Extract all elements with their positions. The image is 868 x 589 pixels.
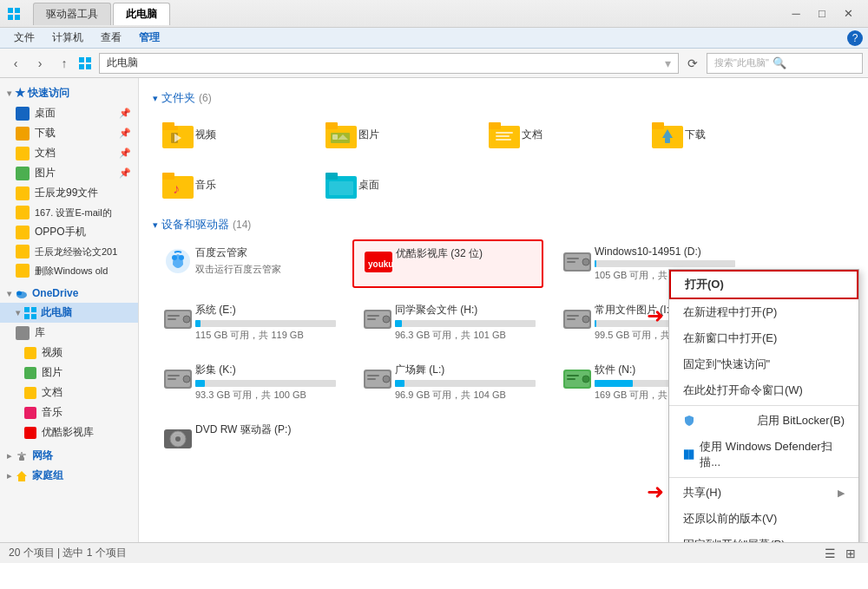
- sidebar-item-label: 音乐: [42, 405, 62, 420]
- drive-l-bar-bg: [395, 380, 536, 387]
- help-icon[interactable]: ?: [847, 30, 863, 46]
- sidebar-item-oppo[interactable]: OPPO手机: [0, 222, 138, 242]
- back-button[interactable]: ‹: [5, 53, 26, 74]
- drive-p[interactable]: DVD RW 驱动器 (P:): [153, 416, 344, 460]
- folder-music[interactable]: ♪ 音乐: [153, 163, 309, 206]
- folder-docs-name: 文档: [522, 128, 542, 142]
- sidebar-onedrive[interactable]: ▾ OneDrive: [0, 284, 138, 303]
- sidebar-item-long99[interactable]: 壬辰龙99文件: [0, 183, 138, 203]
- defender-label: 使用 Windows Defender扫描...: [700, 439, 845, 470]
- pictures-icon: [24, 367, 36, 379]
- svg-rect-52: [567, 261, 575, 263]
- sidebar-network[interactable]: ▸ 网络: [0, 446, 138, 466]
- context-menu-cmd[interactable]: 在此处打开命令窗口(W): [669, 377, 858, 403]
- sidebar-item-youku[interactable]: 优酷影视库: [0, 422, 138, 442]
- forward-button[interactable]: ›: [30, 53, 50, 74]
- svg-point-75: [383, 376, 390, 383]
- long99-icon: [16, 187, 30, 200]
- folder-downloads[interactable]: 下载: [642, 113, 799, 156]
- svg-rect-17: [21, 452, 23, 455]
- context-menu-pin-start[interactable]: 固定到"开始"屏幕(P): [669, 532, 858, 542]
- up-button[interactable]: ↑: [54, 53, 75, 74]
- svg-rect-0: [8, 8, 13, 13]
- drive-p-info: DVD RW 驱动器 (P:): [195, 422, 336, 440]
- context-menu-open-new-window[interactable]: 在新窗口中打开(E): [669, 325, 858, 351]
- context-menu-open-new-process[interactable]: 在新进程中打开(P): [669, 299, 858, 325]
- pin-icon3: 📌: [119, 147, 131, 159]
- menu-view[interactable]: 查看: [92, 29, 130, 47]
- context-menu-restore[interactable]: 还原以前的版本(V): [669, 506, 858, 532]
- sidebar-item-download[interactable]: 下载 📌: [0, 123, 138, 143]
- pin-icon: 📌: [119, 108, 131, 119]
- sidebar-item-videos[interactable]: 视频: [0, 343, 138, 363]
- context-menu-defender[interactable]: 使用 Windows Defender扫描...: [669, 434, 858, 475]
- folder-docs[interactable]: 文档: [479, 113, 635, 156]
- sidebar-item-label: 图片: [35, 166, 56, 180]
- folder-desktop[interactable]: 桌面: [316, 163, 472, 206]
- drive-e[interactable]: 系统 (E:) 115 GB 可用，共 119 GB: [153, 297, 344, 348]
- sidebar-item-library[interactable]: 库: [0, 323, 138, 343]
- svg-rect-42: [329, 181, 353, 195]
- sidebar-item-winold[interactable]: 删除Windows old: [0, 261, 138, 280]
- tab-driver-tools[interactable]: 驱动器工具: [33, 3, 111, 25]
- svg-rect-30: [496, 132, 513, 134]
- sidebar-homegroup[interactable]: ▸ 家庭组: [0, 466, 138, 486]
- folder-desktop-icon: [324, 169, 358, 200]
- folder-video[interactable]: 视频: [153, 113, 309, 156]
- refresh-button[interactable]: ⟳: [682, 53, 703, 74]
- drive-youku[interactable]: youku 优酷影视库 (32 位): [352, 239, 543, 288]
- svg-rect-41: [326, 173, 338, 180]
- folders-title: 文件夹: [161, 90, 195, 106]
- svg-rect-2: [8, 15, 13, 20]
- drive-k[interactable]: 影集 (K:) 93.3 GB 可用，共 100 GB: [153, 357, 344, 408]
- drive-h-bar-bg: [395, 320, 536, 327]
- menu-file[interactable]: 文件: [5, 29, 43, 47]
- winold-icon: [16, 264, 30, 278]
- view-detail-button[interactable]: ⊞: [842, 545, 859, 562]
- context-menu-share[interactable]: 共享(H) ▶: [669, 480, 858, 506]
- sidebar-item-desktop[interactable]: 桌面 📌: [0, 103, 138, 123]
- drive-baidu[interactable]: 百度云管家 双击运行百度云管家: [153, 239, 344, 288]
- sidebar-item-label: 删除Windows old: [35, 265, 108, 278]
- sidebar-item-thesis[interactable]: 壬辰龙经验论文201: [0, 242, 138, 261]
- context-menu-pin-quick[interactable]: 固定到"快速访问": [669, 351, 858, 377]
- address-path[interactable]: 此电脑 ▾: [99, 53, 679, 74]
- quick-access-arrow: ▾: [7, 88, 11, 98]
- hdd-e-icon: [161, 303, 195, 334]
- context-menu-open[interactable]: 打开(O): [669, 270, 858, 299]
- path-dropdown[interactable]: ▾: [665, 56, 671, 70]
- close-button[interactable]: ✕: [835, 4, 861, 23]
- arrow-to-menu: ➜: [647, 304, 664, 328]
- svg-point-85: [175, 436, 181, 442]
- menu-computer[interactable]: 计算机: [43, 29, 92, 47]
- svg-rect-57: [168, 318, 176, 320]
- maximize-button[interactable]: □: [809, 4, 835, 23]
- sidebar-item-label: 壬辰龙经验论文201: [35, 245, 117, 259]
- sidebar-item-email[interactable]: 167. 设置E-mail的: [0, 203, 138, 222]
- cmd-label: 在此处打开命令窗口(W): [683, 383, 803, 398]
- sidebar-item-docs[interactable]: 文档 📌: [0, 143, 138, 163]
- sidebar-item-label: 壬辰龙99文件: [35, 186, 98, 200]
- email-folder-icon: [16, 206, 30, 219]
- minimize-button[interactable]: ─: [783, 4, 809, 23]
- homegroup-label: 家庭组: [32, 468, 63, 483]
- drive-h-info: 同学聚会文件 (H:) 96.3 GB 可用，共 101 GB: [395, 303, 536, 342]
- folder-pictures[interactable]: 图片: [316, 113, 472, 156]
- sidebar-this-pc[interactable]: ▾ 此电脑: [0, 303, 138, 323]
- tab-this-pc[interactable]: 此电脑: [113, 3, 170, 25]
- baidu-info: 百度云管家 双击运行百度云管家: [195, 245, 336, 276]
- sidebar-quick-access[interactable]: ▾ ★ 快速访问: [0, 83, 138, 103]
- sidebar-item-documents[interactable]: 文档: [0, 383, 138, 402]
- sidebar-item-pics[interactable]: 图片 📌: [0, 163, 138, 183]
- context-menu-bitlocker[interactable]: 启用 BitLocker(B): [669, 408, 858, 434]
- sidebar-item-music[interactable]: 音乐: [0, 402, 138, 422]
- drive-l[interactable]: 广场舞 (L:) 96.9 GB 可用，共 104 GB: [352, 357, 543, 408]
- search-box[interactable]: 搜索"此电脑" 🔍: [707, 53, 863, 74]
- view-list-button[interactable]: ☰: [821, 545, 838, 562]
- menu-manage[interactable]: 管理: [130, 29, 168, 47]
- svg-rect-10: [24, 307, 30, 312]
- sidebar-item-pictures[interactable]: 图片: [0, 363, 138, 383]
- folder-downloads-name: 下载: [685, 128, 706, 142]
- sidebar-item-label: 桌面: [35, 106, 56, 121]
- drive-h[interactable]: 同学聚会文件 (H:) 96.3 GB 可用，共 101 GB: [352, 297, 543, 348]
